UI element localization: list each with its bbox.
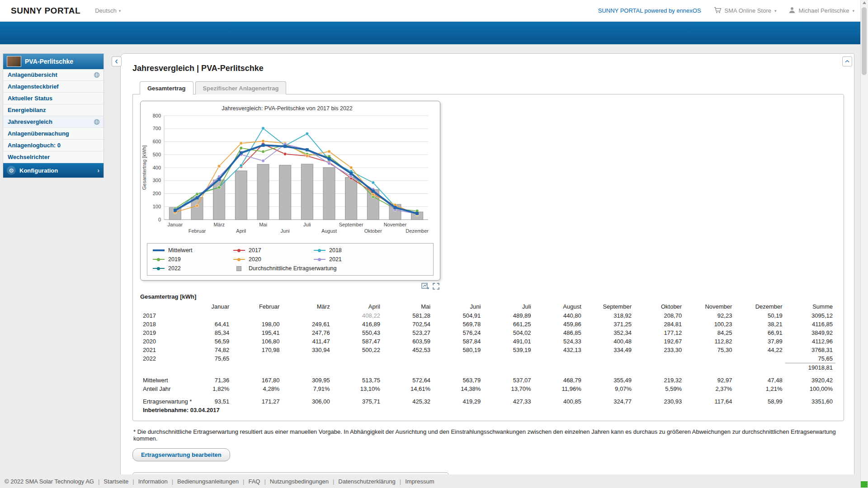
yearly-comparison-chart: 0100200300400500600700800JanuarFebruarMä… — [140, 101, 440, 281]
footer-link-nutzungsbedingungen[interactable]: Nutzungsbedingungen — [270, 478, 329, 485]
topbar-right: SUNNY PORTAL powered by ennexOS SMA Onli… — [598, 7, 854, 15]
tabs: GesamtertragSpezifischer Anlagenertrag — [140, 81, 844, 94]
svg-text:500: 500 — [153, 152, 161, 157]
edit-expectation-button[interactable]: Ertragserwartung bearbeiten — [132, 448, 230, 461]
svg-text:August: August — [321, 228, 337, 234]
table-header-row: JanuarFebruarMärzAprilMaiJuniJuliAugustS… — [140, 302, 835, 311]
cell: 100,00% — [785, 385, 835, 393]
export-chart-icon[interactable] — [421, 283, 429, 290]
cell: 661,25 — [483, 320, 533, 328]
footer: © 2022 SMA Solar Technology AG|Startseit… — [0, 474, 860, 488]
online-store-menu[interactable]: SMA Online Store ▾ — [714, 7, 777, 15]
cell: 459,86 — [534, 320, 584, 328]
sidebar-menu: Anlagenübersicht Anlagensteckbrief Aktue… — [3, 69, 104, 163]
sidebar-item-jahresvergleich[interactable]: Jahresvergleich — [3, 116, 104, 128]
legend-item-2022[interactable]: 2022 — [153, 265, 233, 272]
footer-link-impressum[interactable]: Impressum — [405, 478, 434, 485]
cell: 4,28% — [232, 385, 282, 393]
powered-by-link[interactable]: SUNNY PORTAL powered by ennexOS — [598, 7, 701, 14]
cell: 2,37% — [684, 385, 735, 393]
footer-link-faq[interactable]: FAQ — [248, 478, 260, 485]
cell: 5,59% — [634, 385, 684, 393]
cell: 524,33 — [534, 337, 584, 346]
sidebar-item-energiebilanz[interactable]: Energiebilanz — [3, 104, 104, 116]
sidebar-item-label: Anlagenlogbuch: 0 — [8, 142, 61, 149]
cell: 170,98 — [232, 346, 282, 354]
tab-gesamtertrag[interactable]: Gesamtertrag — [140, 81, 193, 94]
cell: 452,53 — [383, 346, 433, 354]
svg-text:700: 700 — [153, 126, 161, 131]
legend-item-2017[interactable]: 2017 — [233, 247, 314, 253]
cell: 247,76 — [282, 328, 332, 337]
legend-item-durchschnittliche-ertragserwartung[interactable]: Durchschnittliche Ertragserwartung — [233, 265, 428, 272]
yields-table: JanuarFebruarMärzAprilMaiJuniJuliAugustS… — [140, 302, 835, 414]
legend-marker — [314, 248, 326, 253]
gear-icon: ⚙ — [7, 166, 16, 175]
cell: 318,92 — [584, 311, 634, 320]
column-header-mai: Mai — [383, 302, 433, 311]
legend-item-2021[interactable]: 2021 — [314, 256, 428, 263]
svg-text:100: 100 — [153, 204, 161, 209]
layout: PVA-Perlitschke Anlagenübersicht Anlagen… — [0, 44, 868, 488]
legend-item-2019[interactable]: 2019 — [153, 256, 233, 263]
sidebar-item-wechselrichter[interactable]: Wechselrichter — [3, 151, 104, 163]
sidebar-item-label: Anlagensteckbrief — [8, 83, 59, 90]
column-header-februar: Februar — [232, 302, 282, 311]
footer-link-startseite[interactable]: Startseite — [104, 478, 128, 485]
row-label: 2020 — [140, 337, 182, 346]
legend-marker — [153, 266, 165, 271]
column-header-november: November — [684, 302, 735, 311]
cell: 75,65 — [785, 354, 835, 363]
cell: 539,19 — [483, 346, 533, 354]
sidebar-item-anlagensteckbrief[interactable]: Anlagensteckbrief — [3, 81, 104, 93]
legend-marker — [233, 257, 245, 262]
table-row-2020: 202056,59106,80411,47587,47603,59587,844… — [140, 337, 835, 346]
cell: 117,64 — [684, 397, 735, 406]
collapse-sidebar-button[interactable] — [112, 56, 122, 66]
sidebar-item-anlagenübersicht[interactable]: Anlagenübersicht — [3, 69, 104, 81]
language-selector[interactable]: Deutsch ▾ — [95, 7, 121, 14]
svg-text:September: September — [339, 222, 363, 227]
svg-text:Mai: Mai — [259, 222, 267, 227]
svg-text:Januar: Januar — [168, 222, 183, 227]
cell: 7,91% — [282, 385, 332, 393]
scroll-up-arrow-icon[interactable] — [863, 1, 866, 4]
user-label: Michael Perlitschke — [798, 7, 849, 14]
svg-text:300: 300 — [153, 178, 161, 183]
legend-item-2018[interactable]: 2018 — [314, 247, 428, 253]
footer-link-datenschutzerklärung[interactable]: Datenschutzerklärung — [338, 478, 395, 485]
footer-link-bedienungsanleitungen[interactable]: Bedienungsanleitungen — [177, 478, 239, 485]
cell: 603,59 — [383, 337, 433, 346]
footer-link-information[interactable]: Information — [138, 478, 168, 485]
cell: 19018,81 — [785, 363, 835, 372]
legend-item-mittelwert[interactable]: Mittelwert — [153, 247, 233, 253]
column-header-oktober: Oktober — [634, 302, 684, 311]
plant-header[interactable]: PVA-Perlitschke — [3, 54, 104, 69]
user-menu[interactable]: Michael Perlitschke ▾ — [789, 7, 854, 14]
legend-item-2020[interactable]: 2020 — [233, 256, 314, 263]
cell — [684, 363, 735, 372]
cell: 171,27 — [232, 397, 282, 406]
scrollbar-thumb[interactable] — [862, 7, 867, 75]
cell — [735, 354, 785, 363]
sidebar-item-anlagenüberwachung[interactable]: Anlagenüberwachung — [3, 128, 104, 140]
row-label: Anteil Jahr — [140, 385, 182, 393]
cell: 92,97 — [684, 376, 735, 385]
svg-text:800: 800 — [153, 113, 161, 118]
tab-spezifischer-anlagenertrag[interactable]: Spezifischer Anlagenertrag — [195, 81, 287, 94]
sidebar-item-aktueller-status[interactable]: Aktueller Status — [3, 93, 104, 104]
cell: 468,79 — [534, 376, 584, 385]
legend-label: 2021 — [329, 256, 342, 263]
cell — [333, 363, 383, 372]
cell — [735, 363, 785, 372]
collapse-panel-button[interactable] — [842, 56, 852, 66]
sunny-portal-logo[interactable]: SUNNY PORTAL — [11, 6, 80, 16]
fullscreen-chart-icon[interactable] — [433, 283, 440, 290]
svg-text:Februar: Februar — [189, 228, 206, 234]
scrollbar[interactable] — [860, 0, 868, 488]
cell — [182, 311, 232, 320]
column-header-märz: März — [282, 302, 332, 311]
sidebar-item-anlagenlogbuch-0[interactable]: Anlagenlogbuch: 0 — [3, 140, 104, 151]
sidebar-item-konfiguration[interactable]: ⚙ Konfiguration › — [3, 163, 104, 178]
cell: 3849,92 — [785, 328, 835, 337]
